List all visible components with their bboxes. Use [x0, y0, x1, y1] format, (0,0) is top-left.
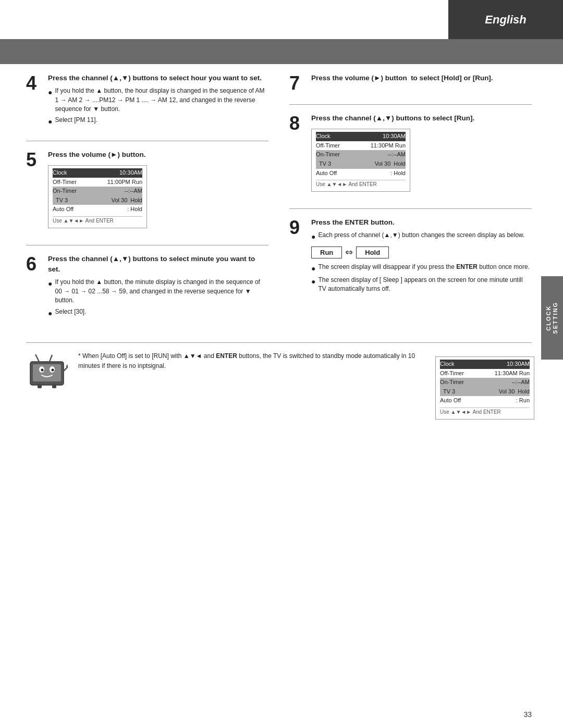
tv3-row-clock: Clock10:30AM: [440, 360, 530, 369]
section-9-bullet-3: ● The screen display of [ Sleep ] appear…: [311, 276, 532, 294]
section-5: 5 Press the volume (►) button. Clock10:3…: [26, 150, 268, 233]
section-8-num: 8: [289, 114, 304, 197]
section-9-num: 9: [289, 218, 304, 296]
section-9-bullet-2: ● The screen display will disappear if y…: [311, 263, 532, 274]
tv-screen-2: Clock10:30AM Off-Timer11:30PM Run On-Tim…: [311, 129, 410, 192]
section-6-body: Press the channel (▲,▼) buttons to selec…: [48, 254, 268, 320]
section-9-bullet-1: ● Each press of channel (▲,▼) button cha…: [311, 231, 532, 242]
tv2-row-offtimer: Off-Timer11:30PM Run: [316, 141, 406, 151]
english-label: English: [485, 13, 526, 27]
bottom-screen-wrap: Clock10:30AM Off-Timer11:30AM Run On-Tim…: [435, 351, 532, 425]
tv1-row-tv: TV 3Vol 30 Hold: [53, 196, 142, 205]
section-4-bullet-2: ● Select [PM 11].: [48, 116, 268, 127]
tv-icon-wrap: [26, 351, 68, 390]
section-5-body: Press the volume (►) button. Clock10:30A…: [48, 150, 268, 233]
svg-rect-1: [33, 364, 61, 381]
tv3-row-tv: TV 3Vol 30 Hold: [440, 387, 530, 397]
divider-7-8: [289, 104, 532, 105]
tv1-row-offtimer: Off-Timer11:00PM Run: [53, 178, 142, 187]
section-9-bullets: ● Each press of channel (▲,▼) button cha…: [311, 231, 532, 242]
run-hold-row: Run ⇔ Hold: [311, 246, 532, 258]
bottom-note-section: * When [Auto Off] is set to [RUN] with ▲…: [26, 342, 532, 425]
section-6-bullets: ● If you hold the ▲ button, the minute d…: [48, 278, 268, 318]
hold-button[interactable]: Hold: [356, 246, 389, 258]
tv1-use-row: Use ▲▼◄► And ENTER: [53, 216, 142, 224]
tv1-row-autooff: Auto Off: Hold: [53, 205, 142, 214]
clock-setting-tab: CLOCKSETTING: [541, 276, 563, 360]
tv-screen-1: Clock10:30AM Off-Timer11:00PM Run On-Tim…: [48, 165, 147, 228]
left-column: 4 Press the channel (▲,▼) buttons to sel…: [26, 73, 268, 332]
double-arrow-icon: ⇔: [345, 246, 353, 258]
section-7-title: Press the volume (►) button to select [H…: [311, 73, 532, 83]
clock-setting-label: CLOCKSETTING: [545, 302, 559, 334]
section-6-bullet-2: ● Select [30].: [48, 307, 268, 318]
section-9-body: Press the ENTER button. ● Each press of …: [311, 217, 532, 296]
divider-4-5: [26, 141, 268, 141]
section-4: 4 Press the channel (▲,▼) buttons to sel…: [26, 73, 268, 129]
svg-point-5: [52, 368, 54, 371]
section-7-body: Press the volume (►) button to select [H…: [311, 73, 532, 93]
tv3-use-row: Use ▲▼◄► And ENTER: [440, 408, 530, 415]
svg-rect-9: [52, 384, 56, 388]
section-8-body: Press the channel (▲,▼) buttons to selec…: [311, 113, 532, 197]
svg-line-6: [35, 354, 39, 362]
tv1-row-ontimer: On-Timer--:--AM: [53, 187, 142, 196]
section-4-num: 4: [26, 74, 41, 129]
section-7: 7 Press the volume (►) button to select …: [289, 73, 532, 93]
section-5-num: 5: [26, 151, 41, 233]
tv3-row-autooff: Auto Off: Run: [440, 396, 530, 405]
bottom-note-text: * When [Auto Off] is set to [RUN] with ▲…: [78, 351, 425, 371]
section-4-bullets: ● If you hold the ▲ button, the hour dis…: [48, 87, 268, 127]
section-4-body: Press the channel (▲,▼) buttons to selec…: [48, 73, 268, 129]
section-4-title: Press the channel (▲,▼) buttons to selec…: [48, 73, 268, 83]
section-6: 6 Press the channel (▲,▼) buttons to sel…: [26, 254, 268, 320]
tv2-use-row: Use ▲▼◄► And ENTER: [316, 180, 406, 187]
page-number: 33: [523, 710, 532, 719]
svg-point-4: [41, 368, 44, 371]
right-column: 7 Press the volume (►) button to select …: [289, 73, 532, 332]
section-5-title: Press the volume (►) button.: [48, 150, 268, 160]
section-8-title: Press the channel (▲,▼) buttons to selec…: [311, 113, 532, 124]
divider-5-6: [26, 245, 268, 245]
section-9: 9 Press the ENTER button. ● Each press o…: [289, 217, 532, 296]
grey-bar: [0, 39, 563, 64]
section-6-num: 6: [26, 255, 41, 320]
run-button[interactable]: Run: [311, 246, 342, 258]
section-4-bullet-1: ● If you hold the ▲ button, the hour dis…: [48, 87, 268, 114]
tv3-row-ontimer: On-Timer--:--AM: [440, 378, 530, 387]
english-banner: English: [448, 0, 563, 39]
section-9-title: Press the ENTER button.: [311, 217, 532, 228]
main-content: 4 Press the channel (▲,▼) buttons to sel…: [26, 73, 532, 697]
divider-8-9: [289, 208, 532, 209]
tv1-row-clock: Clock10:30AM: [53, 168, 142, 178]
tv3-row-offtimer: Off-Timer11:30AM Run: [440, 369, 530, 378]
section-6-bullet-1: ● If you hold the ▲ button, the minute d…: [48, 278, 268, 305]
section-6-title: Press the channel (▲,▼) buttons to selec…: [48, 254, 268, 275]
tv2-row-clock: Clock10:30AM: [316, 132, 406, 141]
section-9-bullets-2: ● The screen display will disappear if y…: [311, 263, 532, 294]
two-column-layout: 4 Press the channel (▲,▼) buttons to sel…: [26, 73, 532, 332]
tv2-row-ontimer: On-Timer--:--AM: [316, 150, 406, 159]
section-8: 8 Press the channel (▲,▼) buttons to sel…: [289, 113, 532, 197]
tv-mascot-icon: [26, 351, 68, 390]
svg-rect-8: [38, 384, 42, 388]
section-7-num: 7: [289, 74, 304, 93]
tv2-row-tv: TV 3Vol 30 Hold: [316, 159, 406, 169]
tv-screen-3: Clock10:30AM Off-Timer11:30AM Run On-Tim…: [435, 356, 534, 419]
tv2-row-autooff: Auto Off: Hold: [316, 169, 406, 178]
svg-line-7: [50, 355, 52, 362]
